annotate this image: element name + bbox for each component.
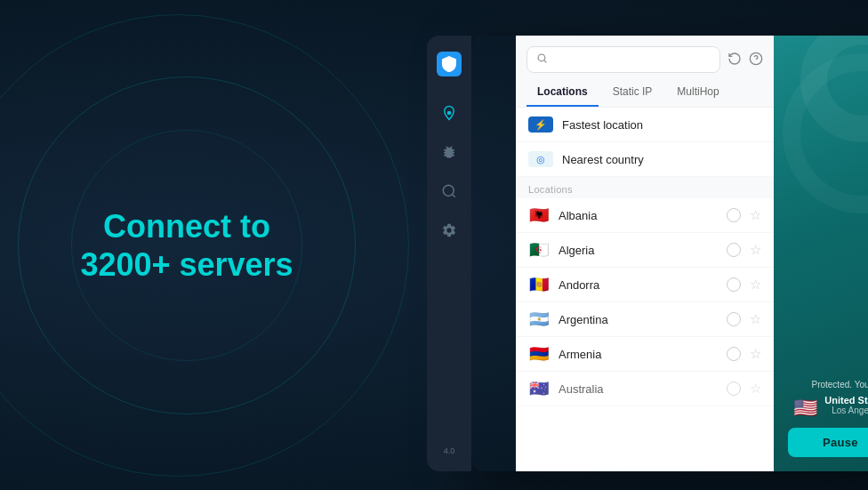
help-button[interactable]	[749, 52, 763, 68]
location-name: Argentina	[559, 313, 718, 326]
sidebar-icon-bug[interactable]	[439, 142, 459, 162]
search-row	[516, 36, 774, 78]
tabs: Locations Static IP MultiHop	[516, 78, 774, 108]
star-algeria[interactable]: ☆	[750, 242, 761, 258]
radio-algeria[interactable]	[727, 243, 741, 257]
location-name: Albania	[559, 209, 718, 222]
sidebar-icon-search[interactable]	[439, 181, 459, 201]
list-item[interactable]: 🇦🇷 Argentina ☆	[516, 302, 774, 337]
app-logo[interactable]	[437, 52, 462, 76]
svg-point-1	[443, 185, 454, 196]
svg-point-2	[538, 54, 545, 61]
list-panel: Locations Static IP MultiHop ⚡ Fastest l…	[516, 36, 774, 471]
star-armenia[interactable]: ☆	[750, 346, 761, 362]
nearest-country-item[interactable]: ◎ Nearest country	[516, 142, 774, 177]
radio-andorra[interactable]	[727, 277, 741, 292]
flag-algeria: 🇩🇿	[528, 242, 550, 258]
flag-armenia: 🇦🇲	[528, 346, 550, 362]
list-item[interactable]: 🇦🇱 Albania ☆	[516, 198, 774, 233]
location-name: Armenia	[559, 348, 718, 361]
radio-armenia[interactable]	[727, 347, 741, 361]
fastest-icon: ⚡	[528, 116, 553, 133]
tab-multihop[interactable]: MultiHop	[666, 78, 729, 107]
flag-albania: 🇦🇱	[528, 207, 550, 223]
search-input-wrap	[526, 46, 720, 73]
star-albania[interactable]: ☆	[750, 207, 761, 223]
fastest-location-label: Fastest location	[562, 118, 643, 132]
refresh-button[interactable]	[727, 52, 742, 68]
flag-australia: 🇦🇺	[528, 381, 550, 397]
search-input[interactable]	[553, 53, 711, 67]
location-name: Andorra	[559, 278, 718, 292]
pause-button[interactable]: Pause	[788, 428, 868, 457]
tab-static-ip[interactable]: Static IP	[602, 78, 663, 107]
location-name: Australia	[559, 382, 718, 396]
hero-line1: Connect to	[103, 207, 270, 244]
list-item[interactable]: 🇦🇺 Australia ☆	[516, 372, 774, 406]
connected-country-flag: 🇺🇸	[793, 397, 817, 420]
radio-albania[interactable]	[727, 208, 741, 222]
nearest-country-label: Nearest country	[562, 153, 644, 166]
search-icon	[536, 52, 548, 67]
list-item[interactable]: 🇦🇩 Andorra ☆	[516, 268, 774, 302]
connected-country-name: United States	[824, 395, 868, 406]
panel-decoration-2	[783, 53, 868, 213]
radio-argentina[interactable]	[727, 312, 741, 326]
section-header-locations: Locations	[516, 177, 774, 198]
right-panel: Protected. You 🇺🇸 United States Los Ange…	[774, 36, 868, 471]
list-item[interactable]: 🇩🇿 Algeria ☆	[516, 233, 774, 268]
connected-city: Los Angeles	[824, 406, 868, 415]
star-argentina[interactable]: ☆	[750, 311, 761, 327]
location-name: Algeria	[559, 244, 718, 257]
hero-line2: 3200+ servers	[80, 246, 293, 283]
location-list: 🇦🇱 Albania ☆ 🇩🇿 Algeria ☆ 🇦🇩 Andorra ☆	[516, 198, 774, 471]
sidebar-version: 4.0	[444, 446, 455, 455]
star-australia[interactable]: ☆	[750, 381, 761, 397]
app-window: Locations Static IP MultiHop ⚡ Fastest l…	[471, 36, 868, 471]
svg-point-0	[447, 111, 452, 116]
hero-text: Connect to 3200+ servers	[53, 206, 320, 283]
flag-argentina: 🇦🇷	[528, 311, 550, 327]
sidebar: 4.0	[427, 36, 471, 471]
protected-text: Protected. You	[811, 380, 868, 390]
tab-locations[interactable]: Locations	[526, 78, 599, 107]
fastest-location-item[interactable]: ⚡ Fastest location	[516, 108, 774, 142]
list-item[interactable]: 🇦🇲 Armenia ☆	[516, 337, 774, 372]
nearest-icon: ◎	[528, 151, 553, 167]
flag-andorra: 🇦🇩	[528, 277, 550, 293]
radio-australia[interactable]	[727, 382, 741, 396]
sidebar-icon-location[interactable]	[439, 103, 459, 123]
star-andorra[interactable]: ☆	[750, 277, 761, 293]
sidebar-icon-settings[interactable]	[439, 221, 459, 240]
